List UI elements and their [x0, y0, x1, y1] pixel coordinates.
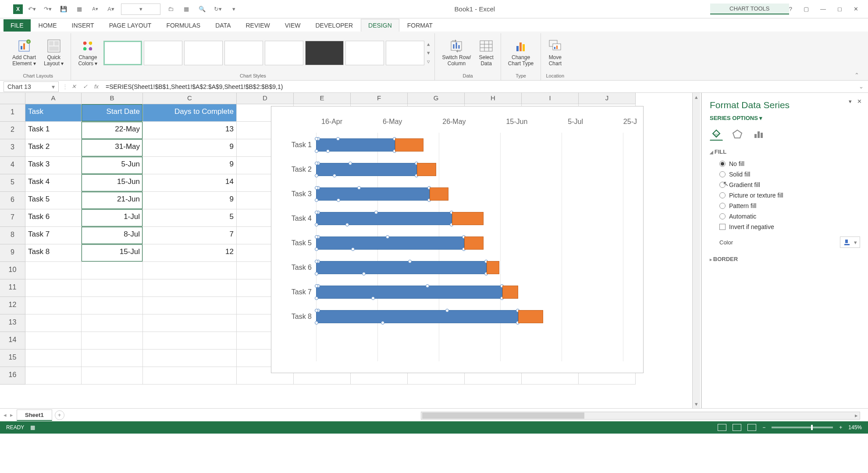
cell[interactable] — [25, 314, 82, 332]
sheet-nav-next[interactable]: ▸ — [10, 412, 13, 418]
chart-style-thumb[interactable] — [265, 41, 303, 65]
effects-tab-icon[interactable] — [731, 127, 744, 141]
style-gallery-more[interactable]: ▿ — [427, 58, 430, 65]
bar-series-start[interactable] — [316, 138, 395, 152]
column-header[interactable]: C — [143, 93, 237, 104]
zoom-in-icon[interactable]: + — [839, 424, 842, 431]
cell[interactable]: 12 — [143, 244, 237, 262]
cell[interactable]: Task 6 — [25, 209, 82, 227]
radio-pattern-fill[interactable]: Pattern fill — [710, 201, 860, 211]
row-header[interactable]: 3 — [0, 139, 25, 157]
fill-section-header[interactable]: FILL — [710, 148, 860, 155]
qat-btn[interactable]: ↻▾ — [212, 4, 224, 15]
cell[interactable] — [143, 332, 237, 349]
column-header[interactable]: J — [579, 93, 636, 104]
cell[interactable]: 7 — [143, 227, 237, 244]
checkbox-invert-negative[interactable]: Invert if negative — [710, 222, 860, 232]
cell[interactable]: 5-Jun — [82, 157, 143, 174]
vertical-scrollbar[interactable]: ▴ ▾ — [692, 93, 700, 408]
tab-design[interactable]: DESIGN — [361, 19, 399, 32]
cell[interactable]: Task 8 — [25, 244, 82, 262]
bar-series-duration[interactable] — [464, 236, 483, 250]
fill-line-tab-icon[interactable] — [710, 127, 723, 141]
cell[interactable]: 22-May — [82, 122, 143, 139]
color-picker-button[interactable]: ▾ — [840, 236, 860, 248]
cell[interactable]: Task 4 — [25, 174, 82, 192]
cell[interactable]: Task 3 — [25, 157, 82, 174]
sheet-nav-prev[interactable]: ◂ — [4, 412, 7, 418]
ribbon-display-icon[interactable]: ▢ — [804, 6, 809, 12]
minimize-icon[interactable]: — — [820, 6, 826, 12]
series-options-tab-icon[interactable] — [752, 127, 765, 141]
change-colors-button[interactable]: Change Colors ▾ — [75, 37, 100, 68]
cell[interactable] — [143, 367, 237, 385]
style-scroll-up[interactable]: ▴ — [427, 41, 430, 47]
cell[interactable] — [25, 367, 82, 385]
row-header[interactable]: 4 — [0, 157, 25, 174]
cell[interactable]: 15-Jul — [82, 244, 143, 262]
new-sheet-button[interactable]: + — [55, 410, 64, 420]
cell[interactable] — [82, 349, 143, 367]
bar-series-duration[interactable] — [452, 212, 484, 225]
select-all-corner[interactable] — [0, 93, 25, 104]
chart-style-thumb[interactable] — [103, 41, 142, 65]
cell[interactable] — [82, 367, 143, 385]
pane-close-icon[interactable]: ✕ — [857, 98, 862, 105]
border-section-header[interactable]: BORDER — [710, 256, 860, 262]
row-header[interactable]: 7 — [0, 209, 25, 227]
bar-series-duration[interactable] — [518, 310, 544, 323]
row-header[interactable]: 13 — [0, 314, 25, 332]
close-icon[interactable]: ✕ — [854, 6, 858, 12]
cell[interactable]: Task 7 — [25, 227, 82, 244]
bar-series-duration[interactable] — [487, 261, 499, 274]
row-header[interactable]: 9 — [0, 244, 25, 262]
fx-icon[interactable]: fx — [91, 83, 102, 90]
qat-more[interactable]: ▾ — [228, 4, 239, 15]
row-header[interactable]: 8 — [0, 227, 25, 244]
column-header[interactable]: D — [237, 93, 294, 104]
add-chart-element-button[interactable]: + Add Chart Element ▾ — [10, 37, 39, 68]
bar-series-start[interactable] — [316, 286, 502, 299]
cell[interactable]: Task 2 — [25, 139, 82, 157]
cell[interactable] — [143, 262, 237, 279]
cell[interactable]: Task — [25, 104, 82, 122]
tab-developer[interactable]: DEVELOPER — [308, 19, 360, 32]
row-header[interactable]: 5 — [0, 174, 25, 192]
row-header[interactable]: 11 — [0, 279, 25, 297]
column-header[interactable]: F — [351, 93, 408, 104]
bar-series-start[interactable] — [316, 163, 417, 176]
cell[interactable] — [143, 349, 237, 367]
column-header[interactable]: H — [465, 93, 522, 104]
zoom-slider[interactable] — [772, 427, 833, 428]
cancel-formula-icon[interactable]: ✕ — [68, 83, 79, 90]
cell[interactable] — [82, 314, 143, 332]
radio-picture-fill[interactable]: Picture or texture fill — [710, 190, 860, 201]
quick-layout-button[interactable]: Quick Layout ▾ — [41, 37, 66, 68]
cell[interactable] — [82, 332, 143, 349]
view-normal-icon[interactable] — [718, 424, 726, 431]
horizontal-scrollbar[interactable]: ◂ ▸ — [421, 412, 860, 420]
cell[interactable]: 13 — [143, 122, 237, 139]
bar-series-duration[interactable] — [395, 138, 423, 152]
tab-review[interactable]: REVIEW — [238, 19, 277, 32]
undo-icon[interactable]: ↶▾ — [26, 4, 38, 15]
cell[interactable] — [25, 349, 82, 367]
cell[interactable]: 31-May — [82, 139, 143, 157]
column-header[interactable]: I — [522, 93, 579, 104]
row-header[interactable]: 14 — [0, 332, 25, 349]
bar-series-start[interactable] — [316, 261, 487, 274]
tab-page-layout[interactable]: PAGE LAYOUT — [102, 19, 159, 32]
change-chart-type-button[interactable]: Change Chart Type — [505, 37, 536, 68]
radio-solid-fill[interactable]: Solid fill — [710, 169, 860, 180]
bar-series-start[interactable] — [316, 310, 518, 323]
formula-expand-icon[interactable]: ⌄ — [854, 83, 868, 90]
qat-combo[interactable]: ▾ — [121, 4, 160, 15]
row-header[interactable]: 6 — [0, 192, 25, 209]
cell[interactable]: 9 — [143, 192, 237, 209]
zoom-level[interactable]: 145% — [848, 424, 862, 431]
zoom-out-icon[interactable]: − — [762, 424, 765, 431]
cell[interactable] — [143, 297, 237, 314]
row-header[interactable]: 15 — [0, 349, 25, 367]
qat-btn[interactable]: ▦ — [181, 4, 192, 15]
row-header[interactable]: 16 — [0, 367, 25, 385]
